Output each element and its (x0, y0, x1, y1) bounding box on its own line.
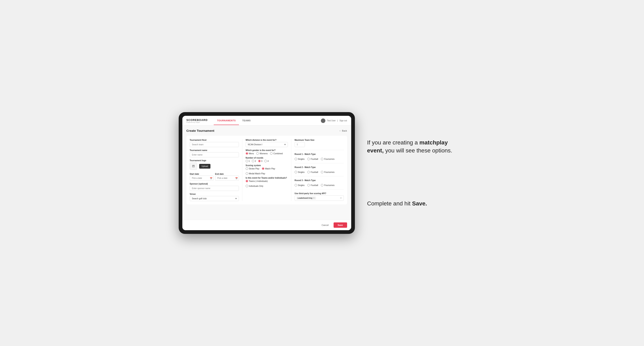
api-chevron: ▼ (340, 197, 342, 199)
round1-fourball-radio[interactable] (307, 158, 310, 160)
round1-fourball[interactable]: Fourball (307, 158, 318, 160)
round3-label: Round 3 - Match Type (295, 179, 344, 181)
round2-fourball-radio[interactable] (307, 171, 310, 173)
round-1[interactable]: 1 (246, 160, 250, 162)
scoring-stroke[interactable]: Stroke Play (246, 167, 260, 170)
round2-fourball[interactable]: Fourball (307, 171, 318, 173)
upload-button[interactable]: Upload (199, 164, 211, 169)
round2-singles-radio[interactable] (295, 171, 297, 173)
round3-singles-label: Singles (298, 184, 305, 186)
scoring-medal-label: Medal Match Play (249, 173, 265, 175)
api-tag: Leaderboard King ✕ (296, 197, 316, 199)
round3-match-type: Round 3 - Match Type Singles Fourball (295, 179, 344, 186)
round-3-label: 3 (261, 160, 262, 162)
calendar-icon: 📅 (210, 177, 212, 179)
scoring-medal[interactable]: Medal Match Play (246, 172, 265, 175)
round3-singles-radio[interactable] (295, 184, 297, 186)
round3-singles[interactable]: Singles (295, 184, 305, 186)
annotation-top: If you are creating a matchplay event, y… (367, 139, 466, 155)
round-2-label: 2 (255, 160, 256, 162)
scene: SCOREBOARD Powered by clippit TOURNAMENT… (179, 112, 466, 234)
scoring-match-radio[interactable] (262, 167, 264, 170)
sponsor-label: Sponsor (optional) (190, 183, 239, 185)
gender-radio-group: Mens Womens Combined (246, 152, 288, 155)
round1-foursomes-radio[interactable] (321, 158, 323, 160)
round2-foursomes-radio[interactable] (321, 171, 323, 173)
tournament-name-input[interactable] (190, 152, 239, 157)
venue-select[interactable]: Search golf club (190, 196, 239, 201)
max-team-size-input[interactable] (295, 142, 305, 147)
right-column: Maximum Team Size Round 1 - Match Type S… (295, 139, 344, 201)
gender-combined[interactable]: Combined (270, 152, 283, 155)
start-date-label: Start date (190, 173, 199, 175)
round-3-radio[interactable] (258, 160, 261, 162)
round-2[interactable]: 2 (252, 160, 256, 162)
teams-plus-individuals[interactable]: Teams (+Individuals) (246, 180, 268, 182)
round-4[interactable]: 4 (264, 160, 268, 162)
api-select-wrapper[interactable]: Leaderboard King ✕ ▼ (295, 195, 344, 201)
tablet-frame: SCOREBOARD Powered by clippit TOURNAMENT… (179, 112, 355, 234)
logo-area: Upload (190, 163, 239, 170)
max-team-size-label: Maximum Team Size (295, 139, 344, 141)
cancel-button[interactable]: Cancel (319, 222, 332, 228)
gender-mens[interactable]: Mens (246, 152, 254, 155)
division-select[interactable]: NCAA Division I (246, 142, 288, 147)
individuals-radio[interactable] (246, 185, 248, 187)
scoring-stroke-label: Stroke Play (249, 168, 260, 170)
gender-combined-radio[interactable] (270, 152, 272, 155)
gender-womens[interactable]: Womens (256, 152, 268, 155)
teams-radio[interactable] (246, 180, 248, 182)
round-3[interactable]: 3 (258, 160, 262, 162)
round2-options: Singles Fourball Foursomes (295, 171, 344, 173)
sign-out-link[interactable]: Sign out (340, 120, 347, 122)
annotation-top-text2: you will see these options. (384, 147, 452, 154)
tournament-host-input[interactable] (190, 142, 239, 147)
round1-singles-radio[interactable] (295, 158, 297, 160)
round1-foursomes[interactable]: Foursomes (321, 158, 334, 160)
sponsor-group: Sponsor (optional) (190, 183, 239, 191)
rounds-radio-group: 1 2 3 (246, 160, 288, 162)
tab-tournaments[interactable]: TOURNAMENTS (214, 116, 239, 125)
api-remove-button[interactable]: ✕ (313, 197, 315, 199)
annotation-bottom: Complete and hit Save. (367, 199, 466, 207)
middle-column: Which division is the event for? NCAA Di… (242, 139, 291, 201)
round3-fourball-radio[interactable] (307, 184, 310, 186)
sponsor-input[interactable] (190, 186, 239, 191)
round3-foursomes-radio[interactable] (321, 184, 323, 186)
back-button[interactable]: ← Back (339, 130, 347, 132)
round1-label: Round 1 - Match Type (295, 153, 344, 155)
scoring-medal-radio[interactable] (246, 172, 248, 175)
round-2-radio[interactable] (252, 160, 254, 162)
form-container: Tournament Host Tournament name Tourname… (186, 136, 347, 204)
nav-user: Test User | Sign out (321, 119, 347, 123)
brand-subtitle: Powered by clippit (186, 122, 208, 123)
round-1-radio[interactable] (246, 160, 248, 162)
round3-foursomes[interactable]: Foursomes (321, 184, 334, 186)
venue-group: Venue Search golf club (190, 193, 239, 201)
round2-singles[interactable]: Singles (295, 171, 305, 173)
divider-2 (295, 163, 344, 163)
annotation-area: If you are creating a matchplay event, y… (367, 139, 466, 208)
scoring-stroke-radio[interactable] (246, 167, 248, 170)
round1-singles[interactable]: Singles (295, 158, 305, 160)
gender-combined-label: Combined (273, 153, 283, 155)
dates-group: Start date 📅 End date (190, 172, 239, 181)
round2-foursomes[interactable]: Foursomes (321, 171, 334, 173)
save-button[interactable]: Save (334, 222, 347, 228)
gender-womens-radio[interactable] (256, 152, 259, 155)
round2-singles-label: Singles (298, 171, 305, 173)
round1-match-type: Round 1 - Match Type Singles Fourball (295, 153, 344, 160)
round-4-radio[interactable] (264, 160, 267, 162)
scoring-match[interactable]: Match Play (262, 167, 275, 170)
api-label: Use third-party live scoring API? (295, 192, 344, 194)
round3-fourball[interactable]: Fourball (307, 184, 318, 186)
image-icon (192, 165, 195, 168)
tab-teams[interactable]: TEAMS (239, 116, 254, 125)
gender-mens-radio[interactable] (246, 152, 248, 155)
annotation-top-text1: If you are creating a (367, 139, 420, 146)
brand-title: SCOREBOARD (186, 119, 208, 122)
round1-foursomes-label: Foursomes (324, 158, 334, 160)
round3-fourball-label: Fourball (311, 184, 318, 186)
individuals-only[interactable]: Individuals Only (246, 185, 264, 187)
teams-label: Is this event for Teams and/or Individua… (246, 177, 288, 179)
